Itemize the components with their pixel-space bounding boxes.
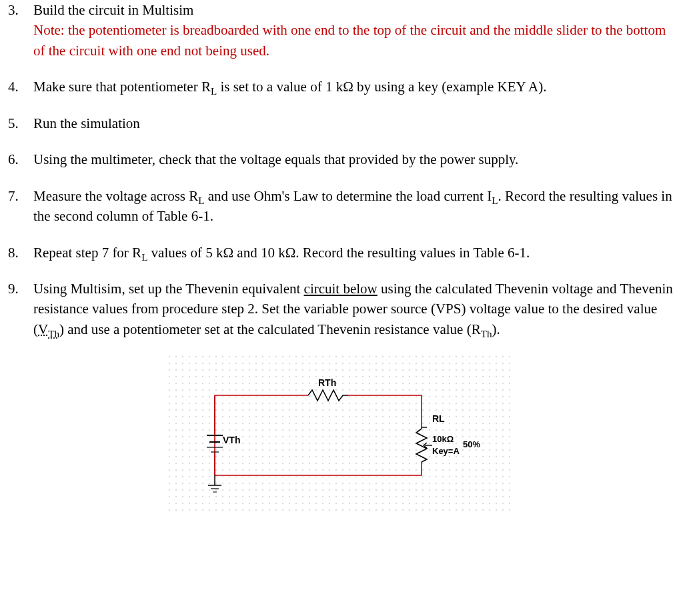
step-7: 7. Measure the voltage across RL and use…: [8, 186, 675, 227]
step-text-pre: Measure the voltage across R: [33, 188, 198, 204]
step-text-pre: Repeat step 7 for R: [33, 245, 141, 261]
subscript: L: [141, 252, 147, 263]
step-text-post: ).: [492, 321, 500, 337]
step-text-pre: Using Multisim, set up the Thevenin equi…: [33, 281, 304, 297]
step-8: 8. Repeat step 7 for RL values of 5 kΩ a…: [8, 243, 675, 263]
rl-label: RL: [432, 413, 445, 424]
procedure-list: 3. Build the circuit in Multisim Note: t…: [8, 0, 675, 339]
pot-value: 10kΩ: [432, 434, 454, 444]
vth-label: VTh: [223, 435, 240, 445]
step-4: 4. Make sure that potentiometer RL is se…: [8, 77, 675, 97]
pot-percent: 50%: [463, 439, 480, 449]
step-text-pre: Make sure that potentiometer R: [33, 79, 211, 95]
step-3: 3. Build the circuit in Multisim Note: t…: [8, 0, 675, 61]
step-body: Repeat step 7 for RL values of 5 kΩ and …: [33, 243, 675, 263]
step-text: Build the circuit in Multisim: [33, 2, 193, 18]
step-number: 6.: [8, 149, 33, 169]
step-body: Using Multisim, set up the Thevenin equi…: [33, 279, 675, 339]
underline-text: circuit below: [304, 281, 378, 297]
step-text: Using the multimeter, check that the vol…: [33, 151, 518, 167]
step-text-mid: and use Ohm's Law to determine the load …: [205, 188, 492, 204]
step-5: 5. Run the simulation: [8, 113, 675, 133]
step-number: 4.: [8, 77, 33, 97]
vth-label: V: [38, 321, 48, 337]
step-body: Using the multimeter, check that the vol…: [33, 149, 675, 169]
subscript: L: [211, 87, 217, 97]
vth-sub: Th: [48, 329, 59, 339]
thevenin-circuit-diagram: VTh RTh RL 10kΩ Key=A 50%: [168, 355, 515, 515]
subscript: L: [492, 195, 498, 206]
step-9: 9. Using Multisim, set up the Thevenin e…: [8, 279, 675, 339]
step-number: 9.: [8, 279, 33, 339]
step-text-post: is set to a value of 1 kΩ by using a key…: [220, 79, 546, 95]
pot-key: Key=A: [432, 446, 460, 456]
step-text: Run the simulation: [33, 115, 140, 131]
step-number: 8.: [8, 243, 33, 263]
step-body: Run the simulation: [33, 113, 675, 133]
step-body: Measure the voltage across RL and use Oh…: [33, 186, 675, 227]
step-number: 5.: [8, 113, 33, 133]
step-note: Note: the potentiometer is breadboarded …: [33, 22, 666, 58]
step-number: 7.: [8, 186, 33, 227]
step-text-mid2: ) and use a potentiometer set at the cal…: [59, 321, 481, 337]
rth-sub: Th: [481, 329, 492, 339]
step-body: Build the circuit in Multisim Note: the …: [33, 0, 675, 61]
subscript: L: [198, 195, 204, 206]
circuit-diagram-container: VTh RTh RL 10kΩ Key=A 50%: [8, 355, 675, 515]
step-6: 6. Using the multimeter, check that the …: [8, 149, 675, 169]
step-number: 3.: [8, 0, 33, 61]
rth-label: RTh: [318, 377, 336, 388]
step-text-post: values of 5 kΩ and 10 kΩ. Record the res…: [147, 245, 530, 261]
step-body: Make sure that potentiometer RL is set t…: [33, 77, 675, 97]
